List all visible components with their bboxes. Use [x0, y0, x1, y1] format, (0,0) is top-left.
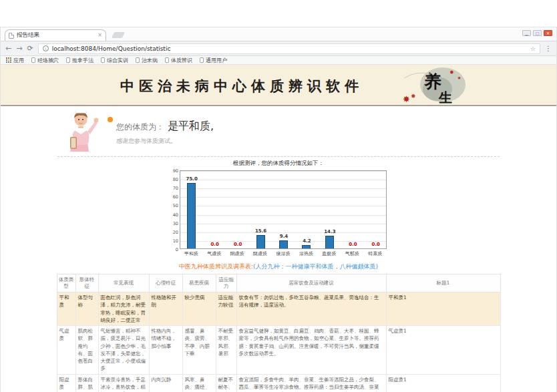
- table-title-orange: 中医九种体质辨识及调养表:: [179, 263, 253, 270]
- site-header: 中医治未病中心体质辨识软件 养 生 ✸ ✸ ✸ ✸: [1, 65, 556, 106]
- page-content: 中医治未病中心体质辨识软件 养 生 ✸ ✸ ✸ ✸: [1, 65, 556, 392]
- chart-title: 根据测评，您的体质得分情况如下：: [1, 160, 556, 168]
- browser-toolbar: ← → ⟳ i localhost:8084/Home/Question/sta…: [1, 41, 556, 56]
- constitution-table: 体质类型形体特征常见表现心理特征易患疾病适应能力居家饮食及运动建议标题1 平和质…: [57, 274, 501, 392]
- page-icon: [66, 57, 70, 63]
- bookmark-star-icon[interactable]: ☆: [530, 45, 536, 52]
- window-controls: ▁ □ ✕: [522, 30, 552, 36]
- column-header: 体质类型: [57, 274, 75, 292]
- x-axis-label: 痰湿质: [272, 250, 295, 257]
- result-value: 是平和质,: [168, 120, 214, 132]
- table-cell: 气短懒言，精神不振，疲乏易汗，目光少神，面色少华，毛发不泽，头晕健忘，大便正常，…: [98, 326, 149, 375]
- result-bullet-icon: [108, 117, 113, 122]
- minimize-icon[interactable]: ▁: [522, 30, 531, 36]
- page-icon: [200, 57, 204, 63]
- table-cell: 内向沉静: [149, 374, 182, 392]
- table-section: 中医九种体质辨识及调养表:(人分九种：一种健康平和体质，八种偏颇体质) 体质类型…: [1, 262, 556, 392]
- table-cell: 性格随和开朗: [149, 292, 182, 326]
- table-cell: 阳虚质1: [386, 374, 500, 392]
- bookmark-label: 经络腧穴: [37, 57, 59, 64]
- x-axis-label: 湿热质: [295, 250, 317, 257]
- chart-slot: 9.4: [272, 171, 295, 248]
- y-axis-tick: 40: [168, 212, 178, 218]
- chart-slot: 0.0: [203, 171, 226, 248]
- address-bar[interactable]: i localhost:8084/Home/Question/statistic…: [38, 43, 540, 54]
- bookmark-item[interactable]: 治未病: [136, 57, 158, 64]
- bar-湿热质: [302, 245, 311, 249]
- bar-value-label: 15.6: [249, 228, 272, 234]
- bookmark-item[interactable]: 综合实训: [101, 57, 128, 64]
- new-tab-button[interactable]: [112, 32, 125, 38]
- bookmark-label: 通用用户: [206, 57, 227, 64]
- y-axis-tick: 0: [168, 247, 178, 252]
- bar-阴虚质: [256, 235, 265, 248]
- table-cell: 阳虚质: [57, 374, 75, 392]
- page-icon: [165, 57, 169, 63]
- chart-section: 根据测评，您的体质得分情况如下： 010203040506070809075.0…: [1, 157, 556, 257]
- url-text[interactable]: localhost:8084/Home/Question/statistic: [52, 45, 527, 52]
- table-row: 平和质体型匀称面色红润，肤色润泽，精力充沛，耐受寒热，睡眠安和，胃纳良好，二便正…: [57, 292, 500, 326]
- reload-icon[interactable]: ⟳: [27, 45, 33, 52]
- bookmark-item[interactable]: 体质辨识: [165, 57, 192, 64]
- bookmark-item[interactable]: 通用用户: [200, 57, 227, 64]
- browser-window: 报告结果 × ▁ □ ✕ ← → ⟳ i localhost:8084/Home…: [0, 27, 557, 392]
- page-icon: [101, 57, 105, 63]
- forward-icon[interactable]: →: [16, 45, 22, 52]
- tab-close-icon[interactable]: ×: [98, 33, 102, 38]
- page-icon: [136, 57, 140, 63]
- result-line: 您的体质为： 是平和质,: [116, 120, 214, 134]
- browser-menu-icon[interactable]: ⋮: [545, 45, 552, 52]
- bar-value-label: 75.0: [180, 176, 203, 182]
- chart-slot: 15.6: [249, 171, 272, 248]
- yangsheng-artwork: 养 生 ✸ ✸ ✸ ✸: [397, 65, 471, 106]
- bar-value-label: 4.2: [295, 238, 318, 244]
- maximize-icon[interactable]: □: [533, 30, 542, 36]
- table-cell: 平和质1: [386, 292, 500, 326]
- back-icon[interactable]: ←: [5, 45, 11, 52]
- bar-value-label: 0.0: [226, 242, 249, 247]
- info-icon[interactable]: i: [43, 45, 49, 51]
- column-header: 常见表现: [98, 274, 149, 292]
- table-body: 平和质体型匀称面色红润，肤色润泽，精力充沛，耐受寒热，睡眠安和，胃纳良好，二便正…: [57, 292, 500, 392]
- bookmark-item[interactable]: 经络腧穴: [31, 57, 59, 64]
- bar-value-label: 0.0: [203, 242, 226, 247]
- table-cell: 饮食有节：勿饥过饱，多吃五谷杂粮、蔬菜瓜果、劳逸结合：生活有规律，适度运动。: [236, 292, 386, 326]
- apps-grid-icon: [6, 57, 11, 63]
- bookmark-item[interactable]: 推拿手法: [66, 57, 94, 64]
- close-icon[interactable]: ✕: [544, 30, 552, 36]
- x-axis-label: 阴虚质: [248, 250, 271, 257]
- apps-button[interactable]: 应用: [6, 57, 24, 64]
- table-cell: 平素畏冷喜热，手足冰冷，喜热饮食，精神不振，睡眠偏多，口唇色淡，毛发易落，易出汗…: [98, 374, 149, 392]
- table-cell: 较少患病: [182, 292, 216, 326]
- browser-tab[interactable]: 报告结果 ×: [5, 29, 106, 41]
- table-cell: 肌肉松软、胖瘦均有、面色苍白: [75, 326, 98, 375]
- table-cell: 风寒、鼻炎、痛经、阳痿、风湿关节炎、宫寒不孕: [182, 374, 216, 392]
- bookmark-label: 推拿手法: [72, 57, 94, 64]
- bookmark-label: 治未病: [142, 57, 158, 64]
- y-axis-tick: 10: [168, 238, 178, 244]
- column-header: 形体特征: [75, 274, 98, 292]
- svg-text:✸: ✸: [457, 75, 461, 80]
- nurse-illustration: [65, 110, 100, 154]
- bar-痰湿质: [279, 240, 288, 248]
- table-cell: 适应能力较强: [216, 292, 236, 326]
- bar-value-label: 0.0: [365, 242, 387, 247]
- svg-text:✸: ✸: [449, 69, 454, 75]
- column-header: 心理特征: [149, 274, 182, 292]
- svg-text:✸: ✸: [403, 94, 410, 104]
- chart-plot: 010203040506070809075.00.00.015.69.44.21…: [180, 170, 387, 249]
- chart-x-labels: 平和质气虚质阳虚质阴虚质痰湿质湿热质血瘀质气郁质特禀质: [180, 250, 387, 257]
- column-header: 居家饮食及运动建议: [236, 274, 386, 292]
- apps-label: 应用: [13, 57, 24, 64]
- y-axis-tick: 30: [168, 221, 178, 226]
- table-row: 气虚质肌肉松软、胖瘦均有、面色苍白气短懒言，精神不振，疲乏易汗，目光少神，面色少…: [57, 326, 500, 375]
- y-axis-tick: 20: [168, 230, 178, 235]
- x-axis-label: 平和质: [180, 250, 202, 257]
- table-row: 阳虚质形体白胖、肌肉松软、面色冷白平素畏冷喜热，手足冰冷，喜热饮食，精神不振，睡…: [57, 374, 500, 392]
- table-cell: 平和质: [57, 292, 75, 326]
- svg-text:生: 生: [438, 89, 452, 106]
- table-cell: 形体白胖、肌肉松软、面色冷白: [75, 374, 98, 392]
- chart-slot: 0.0: [226, 171, 249, 248]
- x-axis-label: 气虚质: [202, 250, 225, 257]
- y-axis-tick: 60: [168, 194, 178, 200]
